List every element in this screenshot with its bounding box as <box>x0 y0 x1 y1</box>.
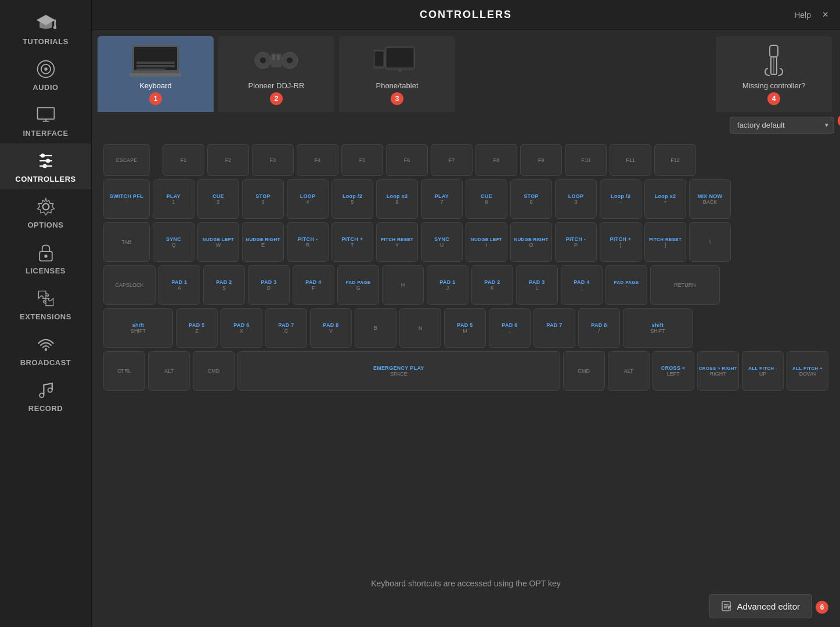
key-r[interactable]: PITCH -R <box>287 222 329 262</box>
sidebar-item-extensions[interactable]: EXTENSIONS <box>0 281 91 327</box>
key-right[interactable]: CROSS > RIGHTRIGHT <box>697 351 739 391</box>
sidebar-label-extensions: EXTENSIONS <box>20 312 71 321</box>
key-e[interactable]: NUDGE RIGHTE <box>242 222 284 262</box>
key-f11[interactable]: F11 <box>610 144 651 176</box>
key-rbracket[interactable]: PITCH RESET] <box>644 222 686 262</box>
key-rshift[interactable]: shiftSHIFT <box>623 308 693 348</box>
key-f3[interactable]: F3 <box>252 144 294 176</box>
key-y[interactable]: PITCH RESETY <box>376 222 418 262</box>
key-f4[interactable]: F4 <box>297 144 338 176</box>
key-lcmd[interactable]: CMD <box>193 351 235 391</box>
key-capslock[interactable]: CAPSLOCK <box>103 265 156 305</box>
key-m[interactable]: PAD 5M <box>444 308 486 348</box>
help-button[interactable]: Help <box>794 10 811 20</box>
key-quote[interactable]: PAD PAGE' <box>605 265 647 305</box>
key-minus[interactable]: Loop /2- <box>600 179 641 219</box>
tab-pioneer[interactable]: Pioneer DDJ-RR 2 <box>218 36 334 112</box>
sidebar-item-controllers[interactable]: CONTROLLERS <box>0 143 91 189</box>
key-h[interactable]: H <box>382 265 424 305</box>
key-ralt[interactable]: ALT <box>608 351 650 391</box>
key-n[interactable]: N <box>399 308 441 348</box>
key-left[interactable]: CROSS <LEFT <box>652 351 694 391</box>
key-s[interactable]: PAD 2S <box>203 265 245 305</box>
key-8[interactable]: CUE8 <box>466 179 507 219</box>
preset-select[interactable]: factory default <box>730 117 834 134</box>
key-p[interactable]: PITCH -P <box>555 222 597 262</box>
key-2[interactable]: CUE2 <box>197 179 239 219</box>
key-comma[interactable]: PAD 6, <box>489 308 531 348</box>
key-f9[interactable]: F9 <box>520 144 562 176</box>
key-equals[interactable]: Loop x2= <box>644 179 686 219</box>
key-x[interactable]: PAD 6X <box>221 308 262 348</box>
key-q[interactable]: SYNCQ <box>153 222 194 262</box>
key-f12[interactable]: F12 <box>654 144 696 176</box>
key-k[interactable]: PAD 2K <box>471 265 513 305</box>
key-space[interactable]: EMERGENCY PLAY SPACE <box>237 351 560 391</box>
key-down[interactable]: ALL PITCH +DOWN <box>787 351 828 391</box>
key-u[interactable]: SYNCU <box>421 222 463 262</box>
graduation-cap-icon <box>34 12 57 35</box>
tab-phone[interactable]: Phone/tablet 3 <box>339 36 455 112</box>
key-6[interactable]: Loop x26 <box>376 179 418 219</box>
key-3[interactable]: STOP3 <box>242 179 284 219</box>
key-v[interactable]: PAD 8V <box>310 308 352 348</box>
key-semicolon[interactable]: PAD 4; <box>561 265 603 305</box>
sidebar-item-licenses[interactable]: LICENSES <box>0 235 91 281</box>
key-1[interactable]: PLAY1 <box>153 179 194 219</box>
sidebar-item-record[interactable]: RECORD <box>0 373 91 419</box>
key-f7[interactable]: F7 <box>431 144 473 176</box>
key-w[interactable]: NUDGE LEFTW <box>197 222 239 262</box>
sidebar-item-options[interactable]: OPTIONS <box>0 189 91 235</box>
key-j[interactable]: PAD 1J <box>427 265 468 305</box>
key-i[interactable]: NUDGE LEFTI <box>466 222 507 262</box>
key-l[interactable]: PAD 3L <box>516 265 558 305</box>
key-a[interactable]: PAD 1A <box>158 265 200 305</box>
advanced-editor-button[interactable]: Advanced editor <box>709 594 812 618</box>
svg-rect-34 <box>277 55 280 60</box>
tab-keyboard[interactable]: Keyboard 1 <box>98 36 214 112</box>
key-ctrl[interactable]: CTRL <box>103 351 145 391</box>
tab-keyboard-label: Keyboard <box>139 81 172 90</box>
key-return[interactable]: RETURN <box>650 265 720 305</box>
svg-point-37 <box>398 69 402 72</box>
key-up[interactable]: ALL PITCH -UP <box>742 351 784 391</box>
key-f1[interactable]: F1 <box>163 144 204 176</box>
key-7[interactable]: PLAY7 <box>421 179 463 219</box>
svg-point-17 <box>44 255 47 258</box>
key-9[interactable]: STOP9 <box>510 179 552 219</box>
tab-missing[interactable]: Missing controller? 4 <box>716 36 832 112</box>
key-f8[interactable]: F8 <box>475 144 517 176</box>
key-slash[interactable]: PAD 8/ <box>578 308 620 348</box>
key-f2[interactable]: F2 <box>207 144 249 176</box>
key-backslash[interactable]: \ <box>689 222 731 262</box>
key-f10[interactable]: F10 <box>565 144 607 176</box>
close-button[interactable]: × <box>822 9 828 21</box>
key-o[interactable]: NUDGE RIGHTO <box>510 222 552 262</box>
sidebar-item-interface[interactable]: INTERFACE <box>0 98 91 143</box>
key-lshift[interactable]: shift SHIFT <box>103 308 173 348</box>
key-f[interactable]: PAD 4F <box>293 265 334 305</box>
sidebar-item-tutorials[interactable]: TUTORIALS <box>0 6 91 52</box>
key-lalt[interactable]: ALT <box>148 351 190 391</box>
key-z[interactable]: PAD 5Z <box>176 308 218 348</box>
key-f5[interactable]: F5 <box>341 144 383 176</box>
key-lbracket[interactable]: PITCH +[ <box>600 222 641 262</box>
key-0[interactable]: LOOP0 <box>555 179 597 219</box>
key-backspace[interactable]: MIX NOWBACK <box>689 179 731 219</box>
key-5[interactable]: Loop /25 <box>331 179 373 219</box>
key-c[interactable]: PAD 7C <box>265 308 307 348</box>
key-g[interactable]: PAD PAGEG <box>337 265 379 305</box>
key-rcmd[interactable]: CMD <box>563 351 605 391</box>
key-backtick[interactable]: SWITCH PFL ` <box>103 179 150 219</box>
sidebar-item-audio[interactable]: AUDIO <box>0 52 91 98</box>
key-d[interactable]: PAD 3D <box>248 265 290 305</box>
key-t[interactable]: PITCH +T <box>331 222 373 262</box>
sidebar: TUTORIALS AUDIO INTERFACE <box>0 0 92 627</box>
key-4[interactable]: LOOP4 <box>287 179 329 219</box>
key-escape[interactable]: ESCAPE <box>103 144 150 176</box>
sidebar-item-broadcast[interactable]: BROADCAST <box>0 327 91 373</box>
key-tab[interactable]: TAB <box>103 222 150 262</box>
key-b[interactable]: B <box>355 308 396 348</box>
key-period[interactable]: PAD 7. <box>533 308 575 348</box>
key-f6[interactable]: F6 <box>386 144 428 176</box>
